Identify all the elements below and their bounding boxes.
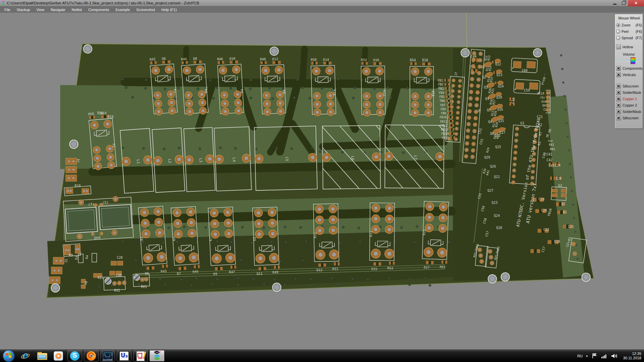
language-indicator[interactable]: RU <box>577 354 583 358</box>
taskbar-app-folder[interactable] <box>35 350 49 361</box>
menu-item-help-f1-[interactable]: Help (F1) <box>161 8 177 12</box>
sdr-icon: openVPSDR <box>103 351 113 361</box>
taskbar: eSopenVPSDRU₃ RU ▲ 12:35 30.11.2018 <box>0 349 644 362</box>
svg-text:+5v: +5v <box>540 96 545 99</box>
taskbar-app-firefox[interactable] <box>84 350 99 361</box>
svg-text:Q28: Q28 <box>496 226 502 230</box>
checkbox-silkscreen[interactable] <box>616 116 621 120</box>
svg-text:L5: L5 <box>285 157 289 161</box>
svg-text:K9: K9 <box>253 237 257 241</box>
layer-row-copper-1[interactable]: Copper 1 <box>616 96 642 102</box>
volume-speaker-icon[interactable] <box>611 353 618 359</box>
taskbar-app-skype[interactable]: S <box>67 350 82 361</box>
checkbox-components[interactable] <box>616 66 621 71</box>
checkbox-silkscreen[interactable] <box>616 84 621 88</box>
svg-text:J4: J4 <box>76 159 80 163</box>
taskbar-app-sdr[interactable]: openVPSDR <box>100 350 115 361</box>
checkbox-hollow[interactable] <box>616 45 621 49</box>
volume-slider[interactable] <box>617 57 641 64</box>
svg-text:K8: K8 <box>282 90 286 94</box>
svg-text:J5: J5 <box>64 259 68 263</box>
copper-pour-3 <box>47 230 457 296</box>
svg-text:D5: D5 <box>145 272 149 276</box>
minimize-button[interactable] <box>610 0 619 6</box>
title-bar: C:\Users\Юрий\Desktop\Gerber ATU7x7\atu-… <box>0 0 644 6</box>
mouse-wheel-option-spread[interactable]: Spread(F7) <box>616 35 642 41</box>
svg-text:RV2: RV2 <box>114 289 120 292</box>
layer-row-soldermask[interactable]: SolderMask <box>616 89 642 96</box>
svg-text:K13: K13 <box>369 231 373 237</box>
layer-row-verticals[interactable]: Verticals <box>616 71 642 78</box>
radio-zoom[interactable] <box>616 23 620 27</box>
svg-text:Q5: Q5 <box>487 108 491 112</box>
restore-button[interactable] <box>619 0 628 6</box>
mouse-wheel-option-peel[interactable]: Peel(F6) <box>616 28 642 35</box>
network-signal-icon[interactable] <box>601 353 608 359</box>
menu-item-example[interactable]: Example <box>116 8 130 12</box>
layer-row-copper-2[interactable]: Copper 2 <box>616 102 642 108</box>
svg-text:RV1: RV1 <box>141 285 147 289</box>
mouse-wheel-option-zoom[interactable]: Zoom(F5) <box>616 22 642 28</box>
taskbar-app-lo[interactable] <box>133 350 148 361</box>
svg-text:R47: R47 <box>229 270 235 274</box>
svg-text:K5: K5 <box>172 237 176 241</box>
checkbox-copper-2[interactable] <box>616 103 621 108</box>
svg-text:R10: R10 <box>75 184 81 188</box>
menu-item-netlist[interactable]: Netlist <box>72 8 82 12</box>
checkbox-soldermask[interactable] <box>616 90 621 95</box>
svg-text:Q23: Q23 <box>492 201 498 204</box>
checkbox-verticals[interactable] <box>616 72 621 77</box>
menu-item-navigate[interactable]: Navigate <box>51 8 65 12</box>
radio-label: Spread <box>622 36 633 40</box>
svg-text:L4: L4 <box>232 158 236 162</box>
volume-slider-handle[interactable] <box>631 57 635 64</box>
svg-text:FB4: FB4 <box>439 91 444 95</box>
svg-text:D12: D12 <box>272 57 278 61</box>
svg-text:D1: D1 <box>563 210 567 214</box>
menu-item-file[interactable]: File <box>4 8 10 12</box>
close-button[interactable]: ✕ <box>628 0 644 6</box>
svg-text:L3: L3 <box>199 158 203 162</box>
taskbar-app-zofz-active[interactable] <box>150 350 164 361</box>
svg-text:K6: K6 <box>240 89 244 93</box>
menu-item-stackup[interactable]: Stackup <box>17 8 30 12</box>
3d-viewport[interactable]: L1L2L3L4L5L6L7K1R42D6K4R44D8K6R46D10K8R4… <box>0 13 644 350</box>
wmp-icon <box>53 351 63 361</box>
checkbox-copper-1[interactable] <box>616 97 621 101</box>
menu-item-components[interactable]: Components <box>88 8 109 12</box>
copper-trace-0 <box>125 82 435 84</box>
radio-label: Zoom <box>622 23 631 27</box>
svg-text:D8: D8 <box>193 57 198 61</box>
layer-row-silkscreen[interactable]: Silkscreen <box>616 115 642 121</box>
mouse-wheel-label: Mouse Wheel <box>616 16 642 20</box>
action-center-flag-icon[interactable] <box>591 353 598 359</box>
radio-spread[interactable] <box>616 36 620 40</box>
svg-text:D19: D19 <box>108 115 114 119</box>
svg-text:D10: D10 <box>229 57 235 61</box>
svg-text:U1: U1 <box>521 121 525 125</box>
svg-text:C18: C18 <box>554 240 560 243</box>
svg-text:Gnd: Gnd <box>94 235 101 240</box>
svg-text:R8: R8 <box>84 281 88 285</box>
layer-label: SolderMask <box>623 110 641 114</box>
show-hidden-icons-icon[interactable]: ▲ <box>586 354 588 357</box>
svg-text:R1: R1 <box>537 141 542 146</box>
menu-item-screenshot[interactable]: Screenshot <box>136 8 155 12</box>
taskbar-app-wmp[interactable] <box>51 350 66 361</box>
volume-slider-track <box>617 60 641 61</box>
radio-peel[interactable] <box>616 29 620 34</box>
taskbar-app-u3[interactable]: U₃ <box>117 350 131 361</box>
layer-row-soldermask[interactable]: SolderMask <box>616 108 642 115</box>
taskbar-app-ie[interactable]: e <box>18 350 33 361</box>
hollow-row[interactable]: Hollow <box>616 44 642 50</box>
start-button[interactable] <box>3 350 15 362</box>
svg-text:D7: D7 <box>177 272 181 276</box>
svg-text:FB7: FB7 <box>440 104 445 107</box>
svg-text:FB11: FB11 <box>440 120 447 123</box>
svg-text:C25: C25 <box>568 225 574 229</box>
layer-row-components[interactable]: Components <box>616 65 642 71</box>
layer-row-silkscreen[interactable]: Silkscreen <box>616 83 642 89</box>
checkbox-soldermask[interactable] <box>616 109 621 114</box>
menu-item-view[interactable]: View <box>36 8 44 12</box>
clock[interactable]: 12:35 30.11.2018 <box>623 352 641 360</box>
